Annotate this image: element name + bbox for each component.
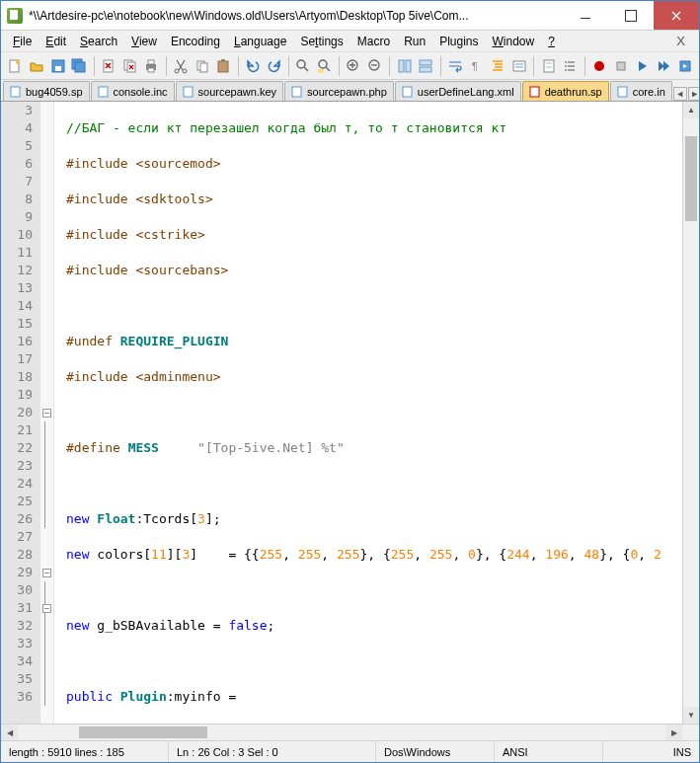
replace-icon[interactable] — [314, 55, 335, 77]
svg-point-32 — [594, 61, 604, 71]
horizontal-scrollbar[interactable]: ◀ ▶ — [1, 724, 699, 740]
menu-plugins[interactable]: Plugins — [433, 33, 484, 50]
menu-run[interactable]: Run — [398, 33, 431, 50]
svg-rect-38 — [292, 87, 301, 97]
svg-rect-39 — [403, 87, 412, 97]
svg-rect-25 — [420, 60, 431, 65]
scroll-up-icon[interactable]: ▲ — [683, 102, 699, 118]
play-multi-icon[interactable] — [654, 55, 674, 77]
minimize-button[interactable] — [563, 1, 608, 30]
file-icon — [183, 86, 194, 98]
tab-label: core.in — [633, 86, 665, 98]
svg-rect-11 — [148, 68, 154, 72]
menu-help[interactable]: ? — [542, 33, 561, 50]
file-modified-icon — [529, 86, 541, 98]
doc-map-icon[interactable] — [538, 55, 559, 77]
save-macro-icon[interactable] — [674, 55, 695, 77]
file-icon — [10, 86, 22, 98]
tab-userdefine[interactable]: userDefineLang.xml — [395, 81, 521, 101]
close-all-icon[interactable] — [119, 55, 140, 77]
play-macro-icon[interactable] — [632, 55, 653, 77]
code-area[interactable]: //БАГ - если кт перезашел когда был т, т… — [54, 102, 682, 724]
cut-icon[interactable] — [171, 55, 192, 77]
tab-close-x[interactable]: X — [668, 32, 693, 50]
menu-search[interactable]: Search — [74, 33, 123, 50]
sync-v-icon[interactable] — [394, 55, 415, 77]
menu-view[interactable]: View — [125, 33, 163, 50]
show-all-chars-icon[interactable]: ¶ — [466, 55, 487, 77]
undo-icon[interactable] — [243, 55, 264, 77]
vertical-scrollbar[interactable]: ▲ ▼ — [682, 102, 699, 724]
tab-deathrun[interactable]: deathrun.sp — [522, 81, 609, 101]
zoom-out-icon[interactable] — [365, 55, 386, 77]
func-list-icon[interactable] — [560, 55, 581, 77]
stop-macro-icon[interactable] — [610, 55, 631, 77]
window-title: *\\Artdesire-pc\e\notebook\new\Windows.o… — [29, 9, 563, 23]
tab-label: sourcepawn.php — [307, 86, 387, 98]
fold-minus-icon[interactable]: − — [42, 604, 51, 613]
menu-edit[interactable]: Edit — [39, 33, 72, 50]
new-icon[interactable] — [5, 55, 26, 77]
menu-encoding[interactable]: Encoding — [165, 33, 226, 50]
tab-scroll-left-icon[interactable]: ◄ — [673, 87, 687, 101]
menu-settings[interactable]: Settings — [294, 33, 349, 50]
paste-icon[interactable] — [213, 55, 234, 77]
statusbar: length : 5910 lines : 185 Ln : 26 Col : … — [1, 740, 699, 762]
tab-scroll-right-icon[interactable]: ► — [688, 87, 699, 101]
fold-minus-icon[interactable]: − — [42, 409, 51, 418]
record-macro-icon[interactable] — [589, 55, 610, 77]
open-icon[interactable] — [27, 55, 47, 77]
scroll-right-icon[interactable]: ▶ — [665, 725, 682, 740]
tab-console[interactable]: console.inc — [91, 81, 175, 101]
window-controls — [563, 1, 699, 30]
svg-point-1 — [16, 60, 20, 64]
wordwrap-icon[interactable] — [445, 55, 466, 77]
zoom-in-icon[interactable] — [344, 55, 364, 77]
find-icon[interactable] — [293, 55, 314, 77]
print-icon[interactable] — [141, 55, 162, 77]
maximize-button[interactable] — [608, 1, 654, 30]
svg-rect-15 — [200, 63, 207, 72]
line-numbers: 3456789101112131415161718192021222324252… — [1, 102, 40, 724]
status-pos: Ln : 26 Col : 3 Sel : 0 — [169, 741, 376, 762]
tab-core[interactable]: core.in — [610, 81, 672, 101]
sync-h-icon[interactable] — [416, 55, 436, 77]
save-all-icon[interactable] — [69, 55, 90, 77]
svg-rect-26 — [420, 67, 431, 72]
scroll-thumb[interactable] — [79, 726, 207, 738]
scroll-left-icon[interactable]: ◀ — [1, 725, 18, 740]
svg-rect-5 — [75, 62, 85, 72]
menu-macro[interactable]: Macro — [351, 33, 396, 50]
scroll-corner — [682, 725, 699, 740]
copy-icon[interactable] — [192, 55, 212, 77]
tab-bug4059[interactable]: bug4059.sp — [3, 81, 90, 101]
svg-point-12 — [175, 69, 179, 73]
svg-rect-31 — [546, 66, 552, 68]
tab-label: deathrun.sp — [545, 86, 602, 98]
svg-rect-10 — [148, 60, 154, 64]
close-button[interactable] — [654, 1, 699, 30]
menu-file[interactable]: File — [7, 33, 38, 50]
fold-minus-icon[interactable]: − — [42, 569, 51, 577]
svg-rect-41 — [618, 87, 627, 97]
tab-sourcepawn-key[interactable]: sourcepawn.key — [176, 81, 284, 101]
menu-language[interactable]: Language — [228, 33, 292, 50]
fold-column[interactable]: −−− — [40, 102, 54, 724]
save-icon[interactable] — [47, 55, 68, 77]
close-file-icon[interactable] — [99, 55, 119, 77]
menu-window[interactable]: Window — [487, 33, 541, 50]
svg-text:¶: ¶ — [472, 60, 478, 72]
redo-icon[interactable] — [264, 55, 284, 77]
scroll-thumb[interactable] — [685, 136, 697, 221]
user-lang-icon[interactable] — [509, 55, 530, 77]
scroll-down-icon[interactable]: ▼ — [683, 707, 699, 724]
svg-rect-17 — [221, 59, 225, 62]
toolbar: ¶ — [1, 52, 699, 80]
tab-sourcepawn-php[interactable]: sourcepawn.php — [284, 81, 394, 101]
file-icon — [402, 86, 414, 98]
indent-guide-icon[interactable] — [488, 55, 508, 77]
file-icon — [98, 86, 110, 98]
svg-rect-23 — [399, 60, 404, 72]
titlebar: *\\Artdesire-pc\e\notebook\new\Windows.o… — [1, 1, 699, 31]
svg-point-19 — [319, 60, 327, 68]
